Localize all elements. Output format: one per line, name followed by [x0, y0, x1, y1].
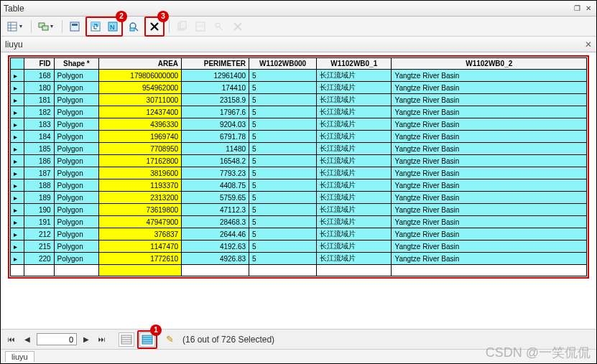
cell-shape[interactable]: Polygon [54, 131, 99, 143]
col-header-w000[interactable]: W1102WB000 [249, 58, 317, 70]
cell-fid[interactable]: 180 [24, 82, 54, 94]
cell-fid[interactable]: 191 [24, 216, 54, 228]
table-row[interactable]: ▸188Polygon11933704408.755长江流域片Yangtze R… [11, 179, 587, 192]
nav-first-icon[interactable]: ⏮ [5, 333, 18, 346]
cell-w02[interactable]: Yangtze River Basin [392, 106, 587, 118]
cell-w02[interactable]: Yangtze River Basin [392, 131, 587, 143]
table-row[interactable]: ▸184Polygon19697406791.785长江流域片Yangtze R… [11, 131, 587, 143]
cell-w01[interactable]: 长江流域片 [317, 70, 392, 82]
cell-w02[interactable]: Yangtze River Basin [392, 179, 587, 192]
col-header-perimeter[interactable]: PERIMETER [182, 58, 249, 70]
cell-w000[interactable]: 5 [249, 241, 317, 253]
cell-perimeter[interactable]: 23158.9 [182, 94, 249, 106]
restore-icon[interactable]: ❐ [572, 4, 582, 14]
table-row[interactable]: ▸215Polygon11474704192.635长江流域片Yangtze R… [11, 241, 587, 253]
cell-perimeter[interactable]: 17967.6 [182, 106, 249, 118]
cell-shape[interactable]: Polygon [54, 106, 99, 118]
col-header-w01[interactable]: W1102WB0_1 [317, 58, 392, 70]
table-row[interactable]: ▸186Polygon1716280016548.25长江流域片Yangtze … [11, 155, 587, 167]
cell-w02[interactable]: Yangtze River Basin [392, 241, 587, 253]
row-selector[interactable]: ▸ [11, 228, 24, 241]
table-row[interactable]: ▸182Polygon1243740017967.65长江流域片Yangtze … [11, 106, 587, 118]
cell-area[interactable]: 1969740 [99, 131, 182, 143]
cell-shape[interactable]: Polygon [54, 82, 99, 94]
cell-fid[interactable]: 189 [24, 192, 54, 204]
cell-perimeter[interactable]: 4926.83 [182, 253, 249, 265]
cell-area[interactable]: 179806000000 [99, 70, 182, 82]
cell-w01[interactable]: 长江流域片 [317, 204, 392, 216]
cell-w000[interactable]: 5 [249, 118, 317, 131]
cell-area[interactable]: 12437400 [99, 106, 182, 118]
row-selector-header[interactable] [11, 58, 24, 70]
cell-w000[interactable]: 5 [249, 106, 317, 118]
row-selector[interactable]: ▸ [11, 167, 24, 179]
cell-w01[interactable]: 长江流域片 [317, 94, 392, 106]
cell-perimeter[interactable]: 4192.63 [182, 241, 249, 253]
cell-w02[interactable]: Yangtze River Basin [392, 70, 587, 82]
cell-perimeter[interactable]: 4408.75 [182, 179, 249, 192]
cell-area[interactable]: 1193370 [99, 179, 182, 192]
cell-shape[interactable]: Polygon [54, 241, 99, 253]
cell-shape[interactable]: Polygon [54, 228, 99, 241]
cell-shape[interactable]: Polygon [54, 70, 99, 82]
row-selector[interactable]: ▸ [11, 253, 24, 265]
table-row[interactable]: ▸187Polygon38196007793.235长江流域片Yangtze R… [11, 167, 587, 179]
cell-fid[interactable]: 188 [24, 179, 54, 192]
col-header-shape[interactable]: Shape * [54, 58, 99, 70]
cell-w01[interactable]: 长江流域片 [317, 118, 392, 131]
cell-fid[interactable]: 181 [24, 94, 54, 106]
titlebar[interactable]: Table ❐ ✕ [1, 1, 596, 17]
cell-area[interactable]: 7708950 [99, 143, 182, 155]
cell-w000[interactable]: 5 [249, 131, 317, 143]
table-options-button[interactable] [5, 19, 27, 34]
cell-w000[interactable]: 5 [249, 179, 317, 192]
cell-w000[interactable]: 5 [249, 204, 317, 216]
row-selector[interactable]: ▸ [11, 131, 24, 143]
switch-selection-button[interactable] [88, 19, 103, 34]
nav-last-icon[interactable]: ⏭ [96, 333, 108, 346]
cell-fid[interactable]: 215 [24, 241, 54, 253]
show-all-records-button[interactable] [119, 332, 134, 347]
row-selector[interactable]: ▸ [11, 179, 24, 192]
cell-fid[interactable]: 185 [24, 143, 54, 155]
cell-perimeter[interactable]: 174410 [182, 82, 249, 94]
cell-area[interactable]: 954962000 [99, 82, 182, 94]
cell-shape[interactable]: Polygon [54, 118, 99, 131]
col-header-fid[interactable]: FID [24, 58, 54, 70]
cell-area[interactable]: 1147470 [99, 241, 182, 253]
cell-fid[interactable]: 182 [24, 106, 54, 118]
cell-area[interactable]: 30711000 [99, 94, 182, 106]
cell-perimeter[interactable]: 12961400 [182, 70, 249, 82]
table-row[interactable]: ▸189Polygon23132005759.655长江流域片Yangtze R… [11, 192, 587, 204]
cell-fid[interactable]: 184 [24, 131, 54, 143]
layer-tab[interactable]: liuyu [5, 39, 23, 50]
table-row[interactable]: ▸168Polygon179806000000129614005长江流域片Yan… [11, 70, 587, 82]
cell-w000[interactable]: 5 [249, 167, 317, 179]
cell-w000[interactable]: 5 [249, 82, 317, 94]
cell-w01[interactable]: 长江流域片 [317, 82, 392, 94]
cell-shape[interactable]: Polygon [54, 155, 99, 167]
table-row[interactable]: ▸185Polygon7708950114805长江流域片Yangtze Riv… [11, 143, 587, 155]
cell-fid[interactable]: 187 [24, 167, 54, 179]
cell-perimeter[interactable]: 6791.78 [182, 131, 249, 143]
row-selector[interactable]: ▸ [11, 216, 24, 228]
cell-w02[interactable]: Yangtze River Basin [392, 167, 587, 179]
cell-area[interactable]: 376837 [99, 228, 182, 241]
bottom-tab[interactable]: liuyu [5, 351, 34, 362]
table-row[interactable]: ▸212Polygon3768372644.465长江流域片Yangtze Ri… [11, 228, 587, 241]
row-selector[interactable]: ▸ [11, 118, 24, 131]
cell-w01[interactable]: 长江流域片 [317, 179, 392, 192]
row-selector[interactable]: ▸ [11, 106, 24, 118]
cell-w02[interactable]: Yangtze River Basin [392, 118, 587, 131]
row-selector[interactable]: ▸ [11, 143, 24, 155]
cell-w01[interactable]: 长江流域片 [317, 143, 392, 155]
table-row[interactable]: ▸191Polygon4794790028468.35长江流域片Yangtze … [11, 216, 587, 228]
attribute-table[interactable]: FID Shape * AREA PERIMETER W1102WB000 W1… [10, 57, 587, 276]
cell-w02[interactable]: Yangtze River Basin [392, 155, 587, 167]
col-header-area[interactable]: AREA [99, 58, 182, 70]
cell-w02[interactable]: Yangtze River Basin [392, 94, 587, 106]
cell-shape[interactable]: Polygon [54, 143, 99, 155]
cell-fid[interactable]: 168 [24, 70, 54, 82]
cell-w02[interactable]: Yangtze River Basin [392, 143, 587, 155]
cell-w01[interactable]: 长江流域片 [317, 241, 392, 253]
